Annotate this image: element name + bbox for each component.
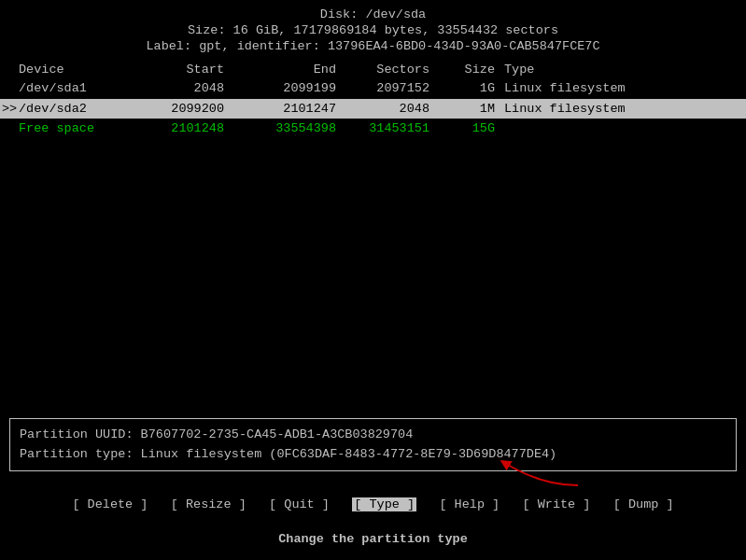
quit-button[interactable]: [ Quit ] <box>269 497 330 511</box>
row2-sectors: 2048 <box>355 99 448 119</box>
header-type: Type <box>504 63 727 77</box>
footer-text: Change the partition type <box>278 532 468 546</box>
disk-label: Label: gpt, identifier: 13796EA4-6BD0-43… <box>0 39 746 53</box>
table-row-selected[interactable]: >> /dev/sda2 2099200 2101247 2048 1M Lin… <box>0 99 746 119</box>
free-start: 2101248 <box>131 119 243 139</box>
header-sectors: Sectors <box>355 63 448 77</box>
write-button[interactable]: [ Write ] <box>523 497 591 511</box>
button-bar: [ Delete ] [ Resize ] [ Quit ] [ Type ] … <box>0 497 746 511</box>
row1-start: 2048 <box>131 78 243 99</box>
free-size: 15G <box>448 119 504 139</box>
header-device: Device <box>19 63 131 77</box>
row2-end: 2101247 <box>243 99 355 119</box>
type-button[interactable]: [ Type ] <box>352 497 416 511</box>
free-type <box>504 119 727 139</box>
row1-device: /dev/sda1 <box>19 78 131 99</box>
table-row[interactable]: /dev/sda1 2048 2099199 2097152 1G Linux … <box>0 78 746 99</box>
free-device: Free space <box>19 119 131 139</box>
row1-end: 2099199 <box>243 78 355 99</box>
footer-area: Change the partition type <box>0 532 746 546</box>
header-size: Size <box>448 63 504 77</box>
row2-type: Linux filesystem <box>504 99 727 119</box>
resize-button[interactable]: [ Resize ] <box>171 497 246 511</box>
dump-button[interactable]: [ Dump ] <box>613 497 674 511</box>
free-sectors: 31453151 <box>355 119 448 139</box>
row1-type: Linux filesystem <box>504 78 727 99</box>
main-area: Disk: /dev/sda Size: 16 GiB, 17179869184… <box>0 0 746 429</box>
free-space-row: Free space 2101248 33554398 31453151 15G <box>0 119 746 139</box>
info-panel: Partition UUID: B7607702-2735-CA45-ADB1-… <box>9 418 737 471</box>
disk-size: Size: 16 GiB, 17179869184 bytes, 3355443… <box>0 23 746 37</box>
delete-button[interactable]: [ Delete ] <box>72 497 148 511</box>
row2-device: /dev/sda2 <box>19 99 131 119</box>
disk-title: Disk: /dev/sda <box>0 7 746 21</box>
info-line2: Partition type: Linux filesystem (0FC63D… <box>20 444 726 465</box>
row1-sectors: 2097152 <box>355 78 448 99</box>
row2-start: 2099200 <box>131 99 243 119</box>
header-start: Start <box>131 63 243 77</box>
row2-size: 1M <box>448 99 504 119</box>
info-line1: Partition UUID: B7607702-2735-CA45-ADB1-… <box>20 425 726 445</box>
header-end: End <box>243 63 355 77</box>
row-arrow: >> <box>2 99 17 119</box>
help-button[interactable]: [ Help ] <box>439 497 500 511</box>
table-header: Device Start End Sectors Size Type <box>0 63 746 77</box>
free-end: 33554398 <box>243 119 355 139</box>
row1-size: 1G <box>448 78 504 99</box>
